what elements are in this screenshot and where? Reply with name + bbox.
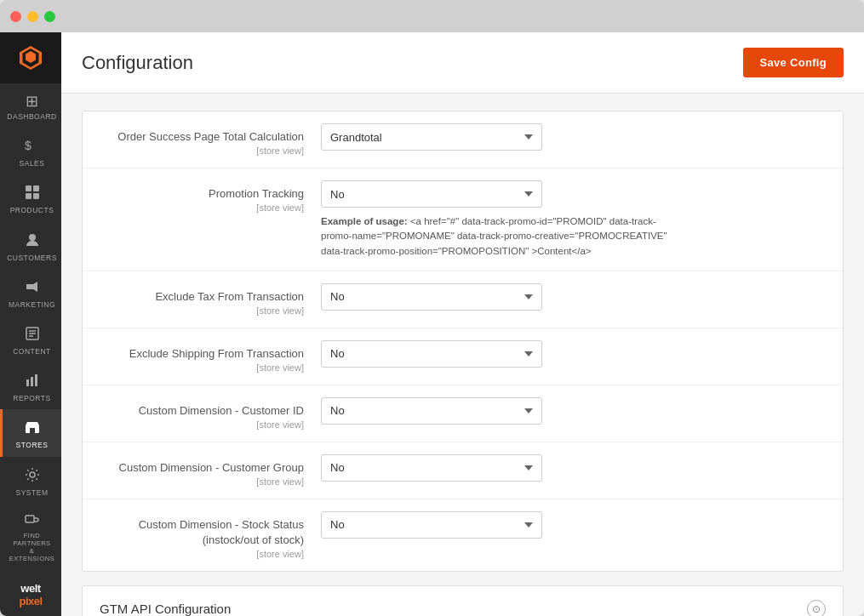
sidebar-item-label: STORES — [16, 441, 49, 449]
label-note: [store view] — [100, 362, 304, 373]
content-area: Order Success Page Total Calculation [st… — [61, 94, 864, 616]
system-icon — [25, 467, 40, 485]
form-control-custom-dim-stock-status: No Yes — [321, 511, 826, 539]
svg-rect-11 — [31, 377, 33, 386]
svg-rect-3 — [26, 193, 31, 199]
label-note: [store view] — [100, 202, 304, 213]
magento-logo-icon — [17, 44, 44, 71]
sidebar-item-label: CUSTOMERS — [7, 254, 57, 262]
form-control-custom-dim-customer-group: No Yes — [321, 454, 826, 482]
collapsible-gtm-api: GTM API Configuration ⊙ — [82, 585, 844, 616]
sidebar-item-customers[interactable]: CUSTOMERS — [0, 222, 61, 269]
collapse-icon-gtm-api: ⊙ — [807, 600, 826, 616]
form-label-promotion-tracking: Promotion Tracking [store view] — [100, 180, 321, 213]
sidebar-item-label: CONTENT — [13, 347, 51, 356]
label-note: [store view] — [100, 476, 304, 487]
page-title: Configuration — [82, 52, 193, 74]
dashboard-icon: ⊞ — [26, 94, 38, 109]
svg-rect-4 — [33, 193, 39, 199]
label-text: Custom Dimension - Customer Group — [119, 461, 304, 474]
form-label-custom-dim-stock-status: Custom Dimension - Stock Status (instock… — [100, 511, 321, 559]
collapsible-gtm-api-title: GTM API Configuration — [100, 602, 231, 616]
label-text: Promotion Tracking — [209, 187, 304, 200]
form-label-exclude-tax: Exclude Tax From Transaction [store view… — [100, 283, 321, 316]
form-row-promotion-tracking: Promotion Tracking [store view] No Yes E… — [83, 168, 843, 271]
sidebar-item-label: MARKETING — [9, 300, 55, 309]
svg-point-5 — [29, 234, 36, 241]
label-text: Custom Dimension - Stock Status (instock… — [139, 518, 304, 546]
save-config-button[interactable]: Save Config — [743, 48, 844, 77]
sidebar-item-content[interactable]: CONTENT — [0, 316, 61, 362]
sidebar-item-marketing[interactable]: MARKETING — [0, 269, 61, 316]
exclude-shipping-select[interactable]: No Yes — [321, 340, 542, 368]
form-row-order-success-total: Order Success Page Total Calculation [st… — [83, 111, 843, 168]
form-label-custom-dim-customer-id: Custom Dimension - Customer ID [store vi… — [100, 397, 321, 430]
label-text: Custom Dimension - Customer ID — [139, 404, 304, 417]
page-header: Configuration Save Config — [61, 32, 864, 94]
sidebar-logo — [0, 32, 61, 83]
exclude-tax-select[interactable]: No Yes — [321, 283, 542, 311]
form-row-exclude-tax: Exclude Tax From Transaction [store view… — [83, 271, 843, 328]
sidebar-item-label: FIND PARTNERS& EXTENSIONS — [6, 532, 58, 562]
marketing-icon — [25, 279, 40, 297]
svg-text:$: $ — [25, 139, 31, 152]
app-body: ⊞ DASHBOARD $ SALES PRODUCTS CUSTOMERS — [0, 32, 864, 616]
content-icon — [25, 326, 40, 344]
form-control-promotion-tracking: No Yes Example of usage: <a href="#" dat… — [321, 180, 826, 259]
form-row-custom-dim-customer-id: Custom Dimension - Customer ID [store vi… — [83, 385, 843, 442]
sales-icon: $ — [25, 138, 40, 156]
label-note: [store view] — [100, 549, 304, 559]
order-success-total-select[interactable]: Grandtotal Subtotal — [321, 123, 542, 151]
label-note: [store view] — [100, 419, 304, 430]
close-button[interactable] — [10, 11, 21, 22]
svg-rect-14 — [30, 428, 35, 433]
label-text: Order Success Page Total Calculation — [117, 130, 304, 143]
svg-rect-16 — [26, 516, 34, 522]
form-control-custom-dim-customer-id: No Yes — [321, 397, 826, 425]
minimize-button[interactable] — [27, 11, 38, 22]
label-text: Exclude Tax From Transaction — [155, 290, 304, 303]
collapsible-gtm-api-header[interactable]: GTM API Configuration ⊙ — [83, 586, 843, 616]
svg-rect-1 — [26, 185, 31, 191]
config-form-section: Order Success Page Total Calculation [st… — [82, 111, 844, 572]
main-content: Configuration Save Config Order Success … — [61, 32, 864, 616]
form-control-exclude-shipping: No Yes — [321, 340, 826, 368]
custom-dim-stock-status-select[interactable]: No Yes — [321, 511, 542, 539]
app-window: ⊞ DASHBOARD $ SALES PRODUCTS CUSTOMERS — [0, 0, 864, 616]
sidebar-item-label: PRODUCTS — [10, 206, 54, 214]
svg-rect-2 — [33, 185, 39, 191]
sidebar-item-reports[interactable]: REPORTS — [0, 362, 61, 409]
sidebar-item-label: DASHBOARD — [7, 112, 56, 121]
form-label-custom-dim-customer-group: Custom Dimension - Customer Group [store… — [100, 454, 321, 487]
sidebar-item-extensions[interactable]: FIND PARTNERS& EXTENSIONS — [0, 504, 61, 569]
sidebar-item-system[interactable]: SYSTEM — [0, 457, 61, 504]
welt-pixel-logo: weltpixel — [19, 582, 42, 607]
sidebar-item-stores[interactable]: STORES — [0, 409, 61, 456]
reports-icon — [25, 373, 40, 391]
custom-dim-customer-id-select[interactable]: No Yes — [321, 397, 542, 425]
sidebar-item-label: SYSTEM — [16, 488, 49, 497]
form-row-exclude-shipping: Exclude Shipping From Transaction [store… — [83, 328, 843, 385]
sidebar-item-label: REPORTS — [13, 394, 50, 402]
label-text: Exclude Shipping From Transaction — [129, 347, 304, 360]
extensions-icon — [25, 510, 40, 528]
sidebar: ⊞ DASHBOARD $ SALES PRODUCTS CUSTOMERS — [0, 32, 61, 616]
label-note: [store view] — [100, 305, 304, 316]
customers-icon — [25, 232, 40, 250]
stores-icon — [25, 419, 40, 437]
sidebar-item-label: SALES — [20, 159, 45, 168]
brand-logo-area: weltpixel — [0, 573, 61, 616]
form-control-exclude-tax: No Yes — [321, 283, 826, 311]
sidebar-item-products[interactable]: PRODUCTS — [0, 174, 61, 221]
sidebar-item-dashboard[interactable]: ⊞ DASHBOARD — [0, 83, 61, 128]
maximize-button[interactable] — [44, 11, 55, 22]
svg-point-15 — [30, 472, 35, 477]
custom-dim-customer-group-select[interactable]: No Yes — [321, 454, 542, 482]
promotion-hint: Example of usage: <a href="#" data-track… — [321, 214, 678, 259]
sidebar-item-sales[interactable]: $ SALES — [0, 128, 61, 174]
svg-rect-12 — [35, 374, 37, 386]
form-label-exclude-shipping: Exclude Shipping From Transaction [store… — [100, 340, 321, 373]
config-form: Order Success Page Total Calculation [st… — [83, 111, 843, 571]
form-control-order-success: Grandtotal Subtotal — [321, 123, 826, 151]
promotion-tracking-select[interactable]: No Yes — [321, 180, 542, 208]
